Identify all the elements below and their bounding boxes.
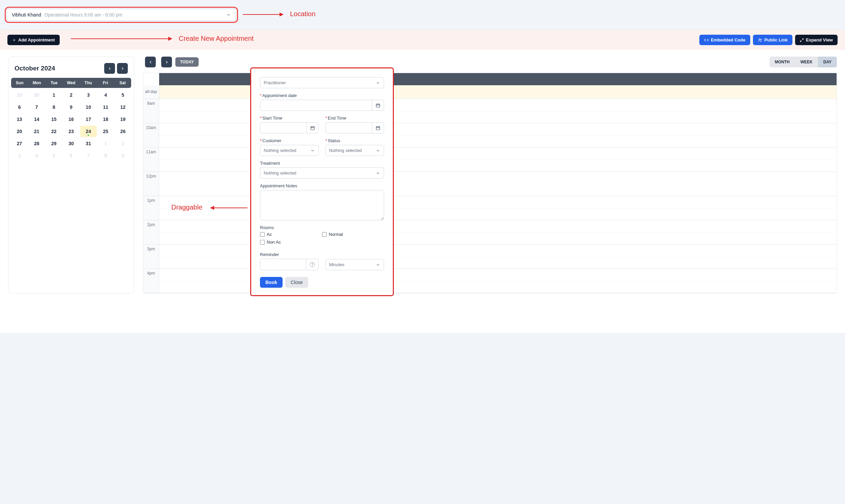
dow-label: Wed [63, 78, 80, 88]
sched-prev-button[interactable] [145, 57, 156, 67]
day-cell[interactable]: 26 [115, 126, 131, 137]
day-cell[interactable]: 12 [115, 102, 131, 113]
day-cell[interactable]: 6 [63, 150, 79, 161]
view-day[interactable]: DAY [818, 57, 837, 67]
notes-label: Appointment Notes [260, 183, 384, 188]
day-cell[interactable]: 17 [80, 113, 97, 125]
time-row[interactable]: 4pm [143, 269, 837, 293]
time-row[interactable]: 2pm [143, 220, 837, 245]
embedded-code-button[interactable]: Embedded Code [699, 35, 750, 45]
time-row[interactable]: 3pm [143, 245, 837, 269]
day-cell[interactable]: 10 [80, 102, 97, 113]
add-appointment-button[interactable]: Add Appointment [7, 35, 60, 45]
time-row[interactable]: 11am [143, 147, 837, 172]
practitioner-select[interactable]: Practitioner [260, 77, 384, 88]
rooms-label: Rooms [260, 225, 384, 230]
treatment-select[interactable]: Nothing selected [260, 167, 384, 179]
time-label: 1pm [143, 196, 159, 220]
day-cell[interactable]: 13 [11, 113, 28, 125]
day-cell[interactable]: 30 [28, 89, 45, 101]
day-cell[interactable]: 8 [46, 102, 62, 113]
time-label: 11am [143, 147, 159, 172]
day-cell[interactable]: 8 [98, 150, 114, 161]
time-row[interactable]: 10am [143, 123, 837, 147]
date-picker-button[interactable] [372, 100, 384, 111]
day-cell[interactable]: 4 [28, 150, 45, 161]
day-cell[interactable]: 9 [115, 150, 131, 161]
annotation-arrow [243, 14, 283, 15]
end-time-picker-button[interactable] [372, 122, 384, 133]
time-row[interactable]: 1pm [143, 196, 837, 220]
day-cell[interactable]: 14 [28, 113, 45, 125]
allday-row[interactable]: all-day [143, 85, 837, 99]
day-cell[interactable]: 16 [63, 113, 79, 125]
calendar-icon [310, 126, 315, 130]
schedule-grid[interactable]: all-day 9am10am11am12pm1pm2pm3pm4pm Prac… [143, 73, 837, 293]
day-cell[interactable]: 23 [63, 126, 79, 137]
day-cell[interactable]: 2 [115, 138, 131, 149]
public-link-button[interactable]: Public Link [753, 35, 792, 45]
chevron-left-icon [148, 60, 153, 64]
day-cell[interactable]: 24 [80, 126, 97, 137]
room-ac-checkbox[interactable]: Ac [260, 232, 322, 237]
chevron-down-icon [376, 263, 380, 267]
day-cell[interactable]: 1 [46, 89, 62, 101]
start-time-label: *Start Time [260, 115, 318, 121]
reminder-help-button[interactable]: ? [306, 259, 318, 270]
close-button[interactable]: Close [285, 277, 308, 288]
appointment-popover[interactable]: Practitioner *Appointment date [251, 68, 393, 295]
day-cell[interactable]: 27 [11, 138, 28, 149]
day-cell[interactable]: 29 [46, 138, 62, 149]
day-cell[interactable]: 25 [98, 126, 114, 137]
expand-view-button[interactable]: Expand View [795, 35, 838, 45]
start-time-input[interactable] [260, 122, 307, 133]
time-label: 12pm [143, 172, 159, 196]
reminder-unit-select[interactable]: Minutes [325, 259, 384, 270]
location-select[interactable]: Vibhuti Khand Operational Hours 9:00 am … [7, 9, 236, 21]
day-cell[interactable]: 7 [28, 102, 45, 113]
day-cell[interactable]: 19 [115, 113, 131, 125]
day-cell[interactable]: 3 [11, 150, 28, 161]
day-cell[interactable]: 7 [80, 150, 97, 161]
day-cell[interactable]: 3 [80, 89, 97, 101]
day-cell[interactable]: 21 [28, 126, 45, 137]
day-cell[interactable]: 31 [80, 138, 97, 149]
view-month[interactable]: MONTH [770, 57, 795, 67]
start-time-picker-button[interactable] [307, 122, 318, 133]
view-toggle: MONTH WEEK DAY [770, 57, 837, 67]
customer-select[interactable]: Nothing selected [260, 145, 318, 156]
day-cell[interactable]: 5 [115, 89, 131, 101]
time-row[interactable]: 9am [143, 99, 837, 123]
day-cell[interactable]: 11 [98, 102, 114, 113]
mini-cal-next-button[interactable] [117, 63, 128, 74]
room-normal-checkbox[interactable]: Normal [322, 232, 384, 237]
day-cell[interactable]: 2 [63, 89, 79, 101]
day-cell[interactable]: 1 [98, 138, 114, 149]
day-cell[interactable]: 9 [63, 102, 79, 113]
day-cell[interactable]: 29 [11, 89, 28, 101]
day-cell[interactable]: 6 [11, 102, 28, 113]
day-cell[interactable]: 5 [46, 150, 62, 161]
mini-cal-prev-button[interactable] [104, 63, 115, 74]
status-select[interactable]: Nothing selected [325, 145, 384, 156]
appointment-date-input[interactable] [260, 100, 372, 111]
annotation-arrow [71, 38, 172, 39]
day-cell[interactable]: 15 [46, 113, 62, 125]
room-non-ac-checkbox[interactable]: Non Ac [260, 239, 322, 245]
notes-textarea[interactable] [260, 190, 384, 220]
day-cell[interactable]: 22 [46, 126, 62, 137]
sched-next-button[interactable] [161, 57, 172, 67]
day-cell[interactable]: 30 [63, 138, 79, 149]
end-time-input[interactable] [325, 122, 372, 133]
today-button[interactable]: TODAY [175, 57, 199, 67]
day-cell[interactable]: 28 [28, 138, 45, 149]
reminder-input[interactable] [260, 259, 306, 270]
book-button[interactable]: Book [260, 277, 282, 288]
day-cell[interactable]: 20 [11, 126, 28, 137]
time-row[interactable]: 12pm [143, 172, 837, 196]
day-cell[interactable]: 18 [98, 113, 114, 125]
users-icon [758, 38, 762, 42]
view-week[interactable]: WEEK [795, 57, 818, 67]
day-cell[interactable]: 4 [98, 89, 114, 101]
chevron-right-icon [165, 60, 169, 64]
